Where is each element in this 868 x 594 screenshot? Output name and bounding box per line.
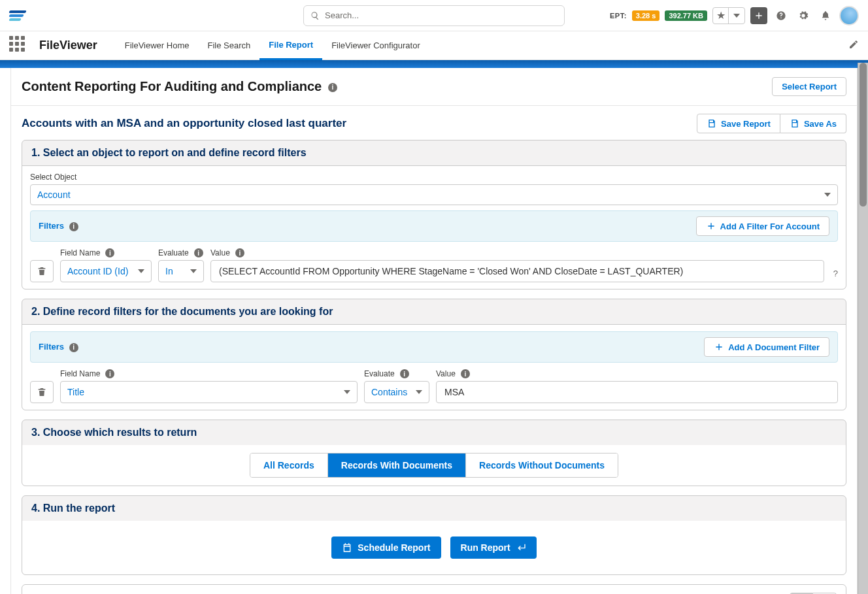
- field-name-dropdown[interactable]: Account ID (Id): [60, 260, 152, 282]
- info-icon[interactable]: i: [69, 222, 78, 231]
- global-search-input[interactable]: Search...: [303, 5, 565, 26]
- notifications-button[interactable]: [817, 7, 834, 24]
- gear-icon: [798, 10, 809, 21]
- value-label: Valuei: [210, 248, 824, 257]
- evaluate-dropdown[interactable]: In: [158, 260, 204, 282]
- page-title: Content Reporting For Auditing and Compl…: [22, 79, 337, 94]
- field-name-label: Field Namei: [60, 248, 152, 257]
- favorites-dropdown[interactable]: ★: [712, 7, 745, 24]
- search-placeholder: Search...: [325, 10, 359, 20]
- section-document-filters: 2. Define record filters for the documen…: [22, 299, 846, 410]
- info-icon[interactable]: i: [235, 248, 244, 257]
- section-object-filters: 1. Select an object to report on and def…: [22, 140, 846, 289]
- app-name: FileViewer: [39, 39, 97, 52]
- page-subheader: Accounts with an MSA and an opportunity …: [11, 106, 857, 140]
- pencil-icon: [848, 39, 859, 50]
- select-object-dropdown[interactable]: Account: [30, 184, 838, 205]
- section-4-title: 4. Run the report: [22, 496, 846, 521]
- filters-label: Filters i: [39, 342, 78, 352]
- seg-records-without-documents[interactable]: Records Without Documents: [466, 454, 618, 477]
- add-button[interactable]: [750, 7, 767, 24]
- global-header: Search... EPT: 3.28 s 392.77 KB ★: [0, 0, 868, 31]
- seg-records-with-documents[interactable]: Records With Documents: [328, 454, 466, 477]
- plus-icon: [714, 342, 724, 352]
- run-report-button[interactable]: Run Report: [450, 536, 537, 559]
- value-input[interactable]: MSA: [436, 381, 838, 403]
- save-icon: [707, 118, 717, 129]
- add-document-filter-button[interactable]: Add A Document Filter: [704, 337, 829, 357]
- help-button[interactable]: [773, 7, 790, 24]
- chevron-down-icon: [416, 390, 422, 394]
- save-as-button[interactable]: Save As: [780, 114, 846, 133]
- ept-label: EPT:: [610, 12, 627, 20]
- select-report-button[interactable]: Select Report: [772, 77, 846, 96]
- tab-file-report[interactable]: File Report: [259, 31, 322, 60]
- filters-bar-object: Filters i Add A Filter For Account: [30, 210, 838, 242]
- tab-fileviewer-home[interactable]: FileViewer Home: [116, 31, 199, 60]
- nav-tabs: FileViewer Home File Search File Report …: [116, 31, 429, 60]
- chevron-down-icon: [190, 269, 197, 273]
- app-launcher[interactable]: [9, 36, 29, 56]
- add-object-filter-button[interactable]: Add A Filter For Account: [696, 216, 829, 236]
- trash-icon: [37, 387, 47, 397]
- enter-icon: [516, 542, 526, 553]
- save-report-button[interactable]: Save Report: [697, 114, 780, 133]
- evaluate-dropdown[interactable]: Contains: [364, 381, 429, 403]
- section-run: 4. Run the report Schedule Report Run Re…: [22, 495, 846, 575]
- evaluate-label: Evaluatei: [158, 248, 204, 257]
- field-name-label: Field Namei: [60, 369, 358, 378]
- chevron-down-icon: [733, 14, 740, 18]
- decorative-band: [0, 60, 868, 68]
- search-icon: [310, 11, 320, 20]
- chevron-down-icon: [824, 193, 831, 197]
- help-icon: [776, 10, 786, 21]
- delete-filter-button[interactable]: [30, 381, 54, 403]
- ept-time-badge: 3.28 s: [632, 10, 660, 21]
- object-filter-row: Field Namei Account ID (Id) Evaluatei In: [30, 248, 838, 282]
- section-results-choice: 3. Choose which results to return All Re…: [22, 420, 846, 486]
- chevron-down-icon: [344, 390, 350, 394]
- plus-icon: [706, 221, 716, 231]
- field-name-dropdown[interactable]: Title: [60, 381, 358, 403]
- setup-button[interactable]: [795, 7, 812, 24]
- section-3-title: 3. Choose which results to return: [22, 420, 846, 445]
- results-segment-group: All Records Records With Documents Recor…: [250, 453, 618, 478]
- ept-size-badge: 392.77 KB: [665, 10, 707, 21]
- info-icon[interactable]: i: [69, 343, 78, 352]
- app-nav-bar: FileViewer FileViewer Home File Search F…: [0, 31, 868, 60]
- edit-nav-button[interactable]: [848, 39, 859, 52]
- page-container: Content Reporting For Auditing and Compl…: [10, 68, 858, 594]
- info-icon[interactable]: i: [461, 369, 470, 378]
- user-avatar[interactable]: [839, 6, 859, 25]
- info-icon[interactable]: i: [194, 248, 203, 257]
- info-icon[interactable]: i: [105, 369, 114, 378]
- section-results: Report Results: [22, 584, 846, 594]
- select-object-label: Select Object: [30, 173, 838, 182]
- org-logo: [9, 7, 26, 24]
- delete-filter-button[interactable]: [30, 260, 54, 282]
- seg-all-records[interactable]: All Records: [250, 454, 328, 477]
- value-input[interactable]: (SELECT AccountId FROM Opportunity WHERE…: [210, 260, 824, 282]
- page-header: Content Reporting For Auditing and Compl…: [11, 68, 857, 106]
- star-icon: ★: [716, 9, 726, 22]
- tab-file-search[interactable]: File Search: [198, 31, 259, 60]
- calendar-icon: [342, 542, 352, 553]
- filters-label: Filters i: [39, 221, 78, 231]
- info-icon[interactable]: i: [105, 248, 114, 257]
- tab-fileviewer-configurator[interactable]: FileViewer Configurator: [322, 31, 429, 60]
- save-icon: [790, 118, 800, 129]
- section-2-title: 2. Define record filters for the documen…: [22, 299, 846, 325]
- filters-bar-document: Filters i Add A Document Filter: [30, 331, 838, 363]
- scroll-thumb[interactable]: [860, 63, 867, 206]
- value-label: Valuei: [436, 369, 838, 378]
- plus-icon: [754, 10, 764, 21]
- help-hint[interactable]: ?: [833, 269, 838, 282]
- report-name: Accounts with an MSA and an opportunity …: [22, 117, 346, 130]
- document-filter-row: Field Namei Title Evaluatei Contains: [30, 369, 838, 403]
- evaluate-label: Evaluatei: [364, 369, 429, 378]
- info-icon[interactable]: i: [400, 369, 409, 378]
- info-icon[interactable]: i: [328, 83, 337, 92]
- vertical-scrollbar[interactable]: [858, 63, 868, 594]
- schedule-report-button[interactable]: Schedule Report: [331, 536, 441, 559]
- chevron-down-icon: [138, 269, 144, 273]
